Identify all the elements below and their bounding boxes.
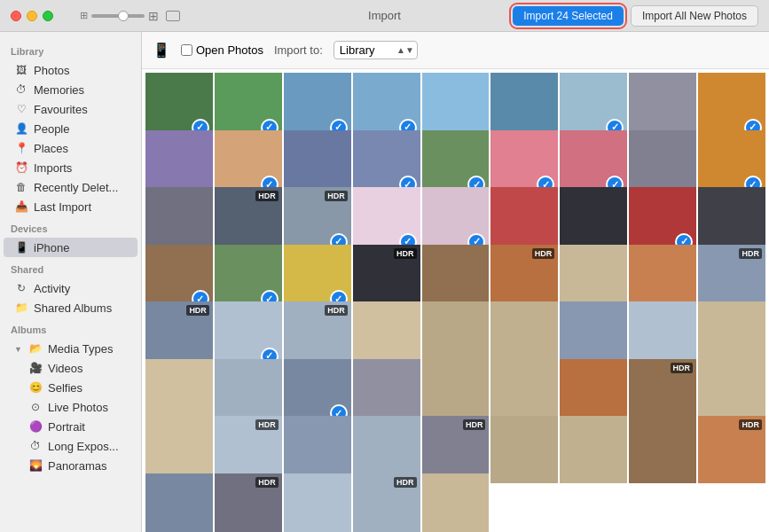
sidebar-item-live-photos[interactable]: ⊙ Live Photos [4, 397, 137, 417]
sidebar-item-iphone[interactable]: 📱 iPhone [4, 238, 137, 257]
sidebar-item-label: Places [34, 142, 127, 155]
import-all-button[interactable]: Import All New Photos [631, 5, 758, 27]
hdr-badge: HDR [255, 419, 279, 430]
sidebar-item-panoramas[interactable]: 🌄 Panoramas [4, 456, 137, 475]
portrait-icon: 🟣 [28, 419, 43, 434]
sidebar-item-label: Activity [34, 282, 127, 295]
sidebar-item-imports[interactable]: ⏰ Imports [4, 158, 137, 177]
photo-cell[interactable] [284, 473, 351, 533]
hdr-badge: HDR [394, 477, 417, 488]
iphone-icon: 📱 [14, 240, 28, 254]
sidebar-item-shared-albums[interactable]: 📁 Shared Albums [4, 298, 137, 317]
photo-cell[interactable] [145, 473, 213, 533]
sidebar-item-label: Photos [34, 64, 127, 77]
hdr-badge: HDR [532, 248, 555, 259]
open-photos-checkbox[interactable] [181, 44, 192, 56]
media-types-icon: 📂 [28, 341, 43, 356]
sidebar-item-label: Memories [34, 83, 127, 97]
sidebar-item-favourites[interactable]: ♡ Favourites [4, 99, 137, 119]
phone-small-icon: 📱 [153, 42, 170, 59]
imports-icon: ⏰ [14, 160, 28, 175]
window-mode-icon[interactable] [166, 11, 180, 21]
window-title: Import [368, 9, 401, 22]
sidebar-item-memories[interactable]: ⏱ Memories [4, 80, 137, 99]
hdr-badge: HDR [186, 305, 209, 316]
sidebar-item-videos[interactable]: 🎥 Videos [4, 358, 137, 378]
sidebar-item-photos[interactable]: 🖼 Photos [4, 60, 137, 80]
import-to-select-wrapper: Library New Album ▲▼ [333, 41, 418, 59]
sidebar-item-selfies[interactable]: 😊 Selfies [4, 378, 137, 397]
titlebar: ⊞ ⊞ Import Import 24 Selected Import All… [0, 0, 769, 32]
people-icon: 👤 [14, 121, 28, 136]
hdr-badge: HDR [255, 477, 279, 488]
hdr-badge: HDR [255, 191, 279, 201]
import-to-select[interactable]: Library New Album [333, 41, 418, 59]
photo-thumbnail [422, 473, 490, 533]
sidebar-item-label: Favourites [34, 103, 127, 116]
sidebar-item-last-import[interactable]: 📥 Last Import [4, 197, 137, 216]
activity-icon: ↻ [14, 281, 28, 295]
sidebar-item-label: Long Expos... [48, 440, 127, 453]
long-exposure-icon: ⏱ [28, 439, 43, 453]
sidebar-item-label: Recently Delet... [34, 181, 127, 194]
sidebar-item-label: Live Photos [48, 401, 127, 414]
grid-small-icon: ⊞ [80, 10, 88, 21]
photo-thumbnail [629, 416, 696, 483]
photo-thumbnail [145, 473, 213, 533]
places-icon: 📍 [14, 141, 28, 155]
live-photos-icon: ⊙ [28, 400, 43, 414]
sidebar-item-label: Videos [48, 362, 127, 375]
sidebar-item-people[interactable]: 👤 People [4, 119, 137, 138]
maximize-button[interactable] [43, 11, 53, 21]
sidebar-item-label: Panoramas [48, 459, 127, 473]
sidebar-item-label: Media Types [48, 342, 127, 356]
sidebar-item-label: Imports [34, 161, 127, 175]
photo-grid: ✓✓✓✓✓✓✓✓✓✓✓✓HDRHDR✓✓✓✓✓✓✓HDRHDRHDRHDR✓HD… [142, 69, 769, 532]
titlebar-actions: Import 24 Selected Import All New Photos [513, 5, 758, 27]
selfies-icon: 😊 [28, 380, 43, 395]
open-photos-checkbox-label[interactable]: Open Photos [181, 43, 263, 57]
main-content: Library 🖼 Photos ⏱ Memories ♡ Favourites… [0, 32, 769, 532]
videos-icon: 🎥 [28, 361, 43, 375]
last-import-icon: 📥 [14, 200, 28, 214]
photo-thumbnail [490, 416, 558, 483]
photo-cell[interactable] [422, 473, 490, 533]
close-button[interactable] [11, 11, 21, 21]
devices-section-header: Devices [0, 216, 141, 238]
minimize-button[interactable] [27, 11, 37, 21]
size-slider-area: ⊞ ⊞ [80, 9, 159, 23]
photo-cell[interactable]: HDR [215, 473, 282, 533]
size-slider-thumb [118, 11, 129, 21]
device-icon-area: 📱 [153, 42, 170, 59]
hdr-badge: HDR [394, 248, 417, 259]
hdr-badge: HDR [671, 363, 694, 373]
hdr-badge: HDR [739, 248, 762, 259]
photo-cell[interactable] [490, 416, 558, 483]
sidebar-item-label: Last Import [34, 200, 127, 214]
sidebar-item-places[interactable]: 📍 Places [4, 138, 137, 158]
import-selected-button[interactable]: Import 24 Selected [513, 6, 624, 26]
albums-section-header: Albums [0, 317, 141, 339]
sidebar-item-label: Portrait [48, 420, 127, 434]
recently-deleted-icon: 🗑 [14, 180, 28, 194]
photo-cell[interactable] [629, 416, 696, 483]
sidebar-item-long-exposure[interactable]: ⏱ Long Expos... [4, 436, 137, 456]
content-toolbar: 📱 Open Photos Import to: Library New Alb… [142, 32, 769, 69]
panoramas-icon: 🌄 [28, 458, 43, 473]
shared-albums-icon: 📁 [14, 301, 28, 315]
memories-icon: ⏱ [14, 82, 28, 97]
photo-cell[interactable] [560, 416, 627, 483]
photo-thumbnail [560, 416, 627, 483]
photo-cell[interactable]: HDR [698, 416, 765, 483]
sidebar-item-label: Shared Albums [34, 301, 127, 315]
library-section-header: Library [0, 39, 141, 60]
sidebar-item-recently-deleted[interactable]: 🗑 Recently Delet... [4, 177, 137, 197]
sidebar-item-media-types[interactable]: ▼ 📂 Media Types [4, 339, 137, 358]
size-slider-track[interactable] [91, 14, 145, 18]
sidebar-item-activity[interactable]: ↻ Activity [4, 278, 137, 298]
photo-cell[interactable]: HDR [353, 473, 420, 533]
sidebar-item-portrait[interactable]: 🟣 Portrait [4, 417, 137, 436]
hdr-badge: HDR [463, 419, 486, 430]
hdr-badge: HDR [325, 191, 348, 201]
photos-icon: 🖼 [14, 63, 28, 77]
